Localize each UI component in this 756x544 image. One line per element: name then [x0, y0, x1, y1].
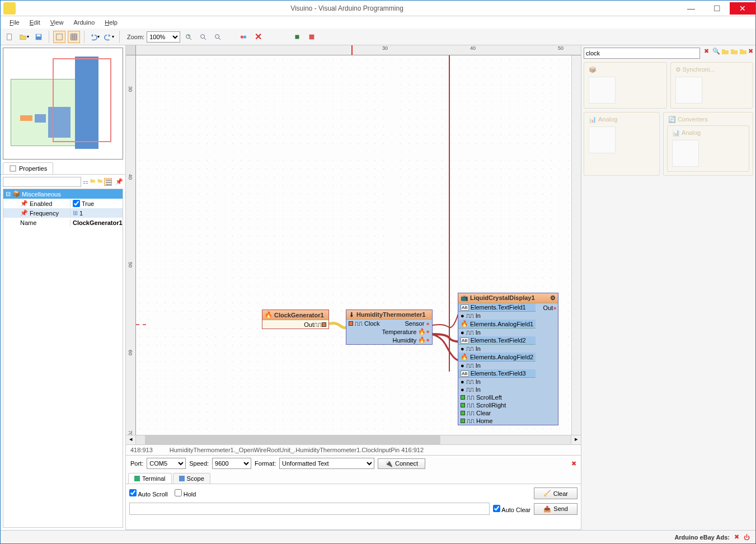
property-row-frequency[interactable]: 📌Frequency ⊞1 — [3, 208, 123, 218]
connect-button[interactable]: 🔌Connect — [378, 458, 425, 469]
scroll-right-pin[interactable] — [461, 403, 465, 407]
snap-button[interactable] — [68, 31, 80, 43]
lcd-out-pin[interactable]: ● — [553, 304, 557, 311]
pin-icon[interactable]: 📌 — [115, 178, 123, 186]
redo-button[interactable]: ▾ — [103, 31, 115, 43]
list-icon[interactable] — [104, 178, 112, 186]
filter-icon[interactable]: 🔍 — [712, 48, 720, 59]
disconnect-icon[interactable] — [237, 31, 250, 43]
terminal-panel: Auto Scroll Hold 🧹Clear Auto Clear 📤Send — [126, 484, 581, 530]
format-select[interactable]: Unformatted Text — [279, 458, 374, 469]
board-icon[interactable] — [306, 31, 318, 43]
save-button[interactable] — [32, 31, 45, 43]
clear-pin[interactable] — [461, 411, 465, 415]
port-select[interactable]: COM5 — [147, 458, 186, 469]
delete-icon[interactable]: ✖ — [748, 48, 753, 59]
menu-file[interactable]: File — [5, 18, 24, 27]
footer-ads-label: Arduino eBay Ads: — [674, 534, 730, 541]
properties-grid: ⊟📦Miscellaneous 📌Enabled True 📌Frequency… — [3, 189, 123, 528]
temp-pin[interactable]: 🔥● — [418, 328, 430, 335]
speed-select[interactable]: 9600 — [212, 458, 251, 469]
folder-icon[interactable] — [739, 48, 747, 59]
maximize-button[interactable]: ☐ — [704, 2, 730, 15]
gear-icon[interactable]: ⚙ — [550, 294, 556, 302]
node-clockgenerator[interactable]: 🔥ClockGenerator1 Out ⎍⎍ — [262, 309, 329, 329]
open-button[interactable]: ▾ — [18, 31, 30, 43]
window-title: Visuino - Visual Arduino Programming — [16, 4, 678, 12]
svg-rect-3 — [57, 34, 63, 40]
overview-map[interactable] — [3, 48, 123, 160]
filter-icon[interactable]: ⚏ — [83, 178, 88, 186]
folder-icon[interactable] — [721, 48, 729, 59]
clear-button[interactable]: 🧹Clear — [534, 487, 577, 499]
send-button[interactable]: 📤Send — [534, 503, 577, 515]
zoom-fit-button[interactable] — [212, 31, 224, 43]
tab-terminal[interactable]: Terminal — [128, 473, 172, 484]
folder-icon[interactable] — [90, 178, 96, 186]
close-button[interactable]: ✕ — [730, 2, 755, 15]
property-row-name[interactable]: Name ClockGenerator1 — [3, 218, 123, 227]
autoscroll-check[interactable]: Auto Scroll — [129, 489, 168, 498]
minimize-button[interactable]: — — [678, 2, 704, 15]
speed-label: Speed: — [189, 460, 209, 467]
clear-search-icon[interactable]: ✖ — [701, 48, 711, 59]
disconnect-icon[interactable]: ✖ — [571, 460, 576, 467]
zoom-in-button[interactable]: + — [182, 31, 195, 43]
menu-view[interactable]: View — [46, 18, 68, 27]
in-pin[interactable]: ● — [461, 378, 464, 385]
flame-icon: 🔥 — [265, 311, 273, 318]
folder-icon[interactable] — [730, 48, 738, 59]
palette-item[interactable] — [672, 140, 699, 167]
broom-icon: 🧹 — [543, 490, 551, 497]
delete-button[interactable]: ✕ — [252, 31, 264, 43]
in-pin[interactable]: ● — [461, 312, 464, 319]
palette-category-synchro[interactable]: ⚙Synchroni... — [670, 62, 754, 109]
node-lcd[interactable]: 📺 LiquidCrystalDisplay1 ⚙ ABElements.Tex… — [458, 293, 558, 425]
home-pin[interactable] — [461, 419, 465, 423]
settings-icon[interactable]: ✖ — [734, 533, 739, 541]
grid-button[interactable] — [53, 31, 65, 43]
tab-scope[interactable]: Scope — [173, 473, 210, 484]
enabled-checkbox[interactable] — [73, 200, 80, 207]
canvas[interactable]: 🔥ClockGenerator1 Out ⎍⎍ 🌡HumidityThermom… — [136, 55, 571, 435]
clock-in-pin[interactable] — [349, 321, 353, 326]
titlebar[interactable]: Visuino - Visual Arduino Programming — ☐… — [1, 1, 755, 16]
undo-button[interactable]: ▾ — [88, 31, 101, 43]
power-icon[interactable]: ⏻ — [744, 534, 750, 541]
serial-toolbar: Port: COM5 Speed: 9600 Format: Unformatt… — [126, 455, 581, 471]
hold-check[interactable]: Hold — [175, 489, 196, 498]
sensor-pin[interactable]: ● — [426, 320, 430, 327]
menu-arduino[interactable]: Arduino — [69, 18, 99, 27]
humidity-pin[interactable]: 🔥● — [418, 336, 430, 344]
zoom-select[interactable]: 100% — [147, 31, 180, 43]
palette-search[interactable] — [584, 48, 700, 59]
palette-item[interactable] — [589, 77, 616, 104]
properties-search[interactable] — [3, 177, 81, 187]
palette-category-converters[interactable]: 🔄Converters 📊Analog — [663, 112, 753, 176]
in-pin[interactable]: ● — [461, 386, 464, 393]
autoclear-check[interactable]: Auto Clear — [493, 505, 530, 513]
zoom-out-button[interactable] — [197, 31, 209, 43]
menu-edit[interactable]: Edit — [25, 18, 45, 27]
menu-help[interactable]: Help — [100, 18, 122, 27]
palette-item[interactable] — [675, 77, 702, 104]
in-pin[interactable]: ● — [461, 329, 464, 336]
terminal-input[interactable] — [129, 503, 490, 515]
in-pin[interactable]: ● — [461, 362, 464, 369]
node-humiditythermometer[interactable]: 🌡HumidityThermometer1 ⎍⎍ Clock Sensor● T… — [346, 309, 433, 345]
send-icon: 📤 — [543, 505, 551, 513]
palette-category-1[interactable]: 📦 — [584, 62, 667, 109]
palette-item[interactable] — [589, 126, 616, 153]
scroll-left-pin[interactable] — [461, 395, 465, 400]
in-pin[interactable]: ● — [461, 345, 464, 352]
properties-tab[interactable]: Properties — [3, 162, 53, 174]
folder2-icon[interactable] — [97, 178, 103, 186]
palette-category-analog[interactable]: 📊Analog — [584, 112, 660, 176]
scrollbar-vertical[interactable] — [571, 55, 581, 435]
properties-category[interactable]: ⊟📦Miscellaneous — [3, 189, 123, 199]
scrollbar-horizontal[interactable]: ◂ ▸ — [126, 435, 581, 444]
property-row-enabled[interactable]: 📌Enabled True — [3, 199, 123, 208]
chip-icon[interactable] — [291, 31, 303, 43]
clock-out-pin[interactable]: ⎍⎍ — [314, 321, 326, 328]
new-button[interactable] — [3, 31, 16, 43]
